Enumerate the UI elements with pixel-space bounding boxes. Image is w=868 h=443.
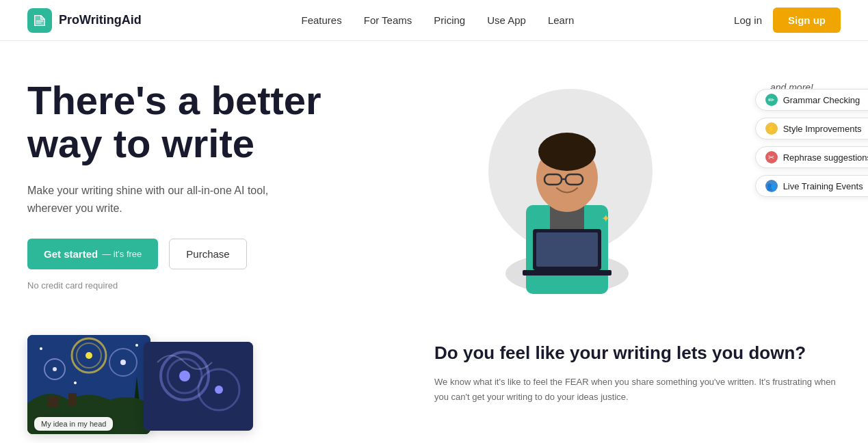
svg-point-21 [40, 347, 42, 350]
hero-right: ✦ ...and more! ✏ Grammar Checking ⚡ Styl… [475, 75, 841, 294]
navbar: ProWritingAid Features For Teams Pricing… [0, 0, 868, 41]
svg-point-4 [538, 133, 596, 171]
no-credit-card-text: No credit card required [27, 280, 461, 291]
section-two: My idea in my head [0, 321, 868, 443]
section-two-images: My idea in my head [27, 335, 393, 438]
tag-training: 👥 Live Training Events [755, 175, 868, 197]
training-icon: 👥 [765, 180, 778, 192]
tag-grammar-label: Grammar Checking [783, 95, 860, 105]
tag-rephrase: ✂ Rephrase suggestions [755, 146, 868, 168]
svg-point-30 [179, 371, 190, 381]
tag-style: ⚡ Style Improvements [755, 118, 868, 139]
rephrase-icon: ✂ [765, 151, 778, 163]
section-two-content: Do you feel like your writing lets you d… [434, 335, 841, 405]
nav-actions: Log in Sign up [734, 8, 841, 33]
svg-point-31 [215, 386, 223, 394]
svg-point-19 [53, 367, 57, 371]
get-started-button[interactable]: Get started — it's free [27, 239, 158, 269]
style-icon: ⚡ [765, 122, 778, 135]
svg-point-20 [120, 360, 126, 365]
logo-link[interactable]: ProWritingAid [27, 8, 142, 33]
logo-icon [27, 8, 52, 33]
tag-rephrase-label: Rephrase suggestions [783, 152, 868, 163]
svg-rect-25 [68, 393, 77, 405]
svg-text:✦: ✦ [601, 213, 610, 224]
svg-point-18 [86, 352, 92, 359]
svg-point-22 [135, 344, 138, 347]
nav-use-app[interactable]: Use App [487, 14, 526, 26]
login-link[interactable]: Log in [734, 14, 762, 26]
signup-button[interactable]: Sign up [773, 8, 841, 33]
svg-rect-24 [48, 397, 58, 407]
hero-person-illustration: ✦ [495, 96, 639, 294]
nav-links: Features For Teams Pricing Use App Learn [302, 14, 575, 27]
tag-style-label: Style Improvements [783, 124, 862, 134]
svg-point-23 [74, 381, 77, 384]
svg-rect-9 [536, 232, 598, 267]
painting-main: My idea in my head [27, 335, 150, 434]
feature-tags: ✏ Grammar Checking ⚡ Style Improvements … [755, 89, 868, 197]
painting-container: My idea in my head [27, 335, 253, 438]
brand-name: ProWritingAid [59, 13, 142, 27]
purchase-button[interactable]: Purchase [169, 239, 246, 269]
svg-rect-10 [523, 270, 611, 276]
painting-secondary [144, 342, 253, 431]
section-two-title: Do you feel like your writing lets you d… [434, 342, 841, 365]
tag-training-label: Live Training Events [783, 181, 863, 191]
nav-for-teams[interactable]: For Teams [364, 14, 412, 26]
hero-buttons: Get started — it's free Purchase [27, 239, 461, 269]
hero-subtitle: Make your writing shine with our all-in-… [27, 182, 315, 217]
nav-pricing[interactable]: Pricing [434, 14, 465, 26]
hero-left: There's a better way to write Make your … [27, 79, 475, 291]
section-two-text: We know what it's like to feel the FEAR … [434, 375, 841, 405]
idea-bubble: My idea in my head [34, 417, 113, 431]
hero-section: There's a better way to write Make your … [0, 41, 868, 321]
nav-learn[interactable]: Learn [548, 14, 574, 26]
tag-grammar: ✏ Grammar Checking [755, 89, 868, 111]
hero-title: There's a better way to write [27, 79, 461, 166]
nav-features[interactable]: Features [302, 14, 342, 26]
grammar-icon: ✏ [765, 94, 778, 106]
